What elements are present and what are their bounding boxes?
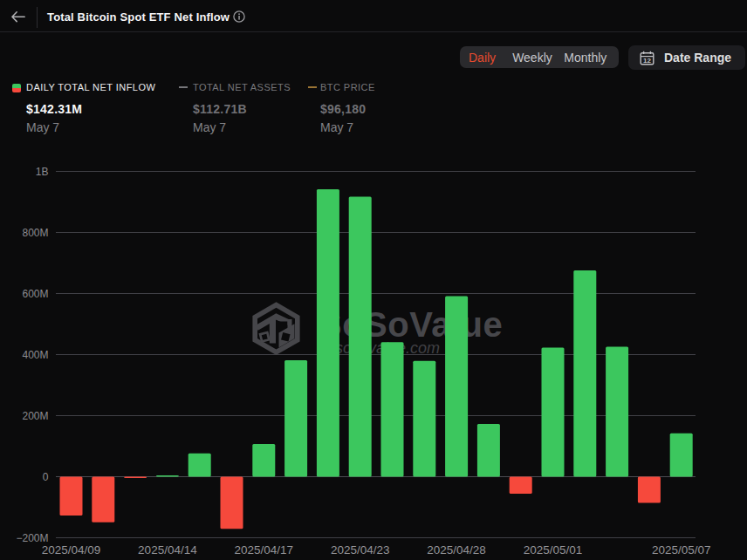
svg-text:2025/04/09: 2025/04/09 bbox=[42, 543, 101, 557]
svg-text:2025/04/17: 2025/04/17 bbox=[235, 543, 294, 557]
svg-text:SoSoValue: SoSoValue bbox=[319, 305, 503, 344]
svg-text:2025/04/14: 2025/04/14 bbox=[138, 543, 197, 557]
svg-text:2025/05/07: 2025/05/07 bbox=[652, 543, 711, 557]
svg-text:2025/05/01: 2025/05/01 bbox=[524, 543, 583, 557]
svg-text:0: 0 bbox=[43, 471, 49, 483]
svg-text:2025/04/28: 2025/04/28 bbox=[427, 543, 486, 557]
svg-text:400M: 400M bbox=[22, 349, 48, 361]
svg-text:1B: 1B bbox=[36, 166, 49, 178]
svg-text:12: 12 bbox=[643, 57, 651, 65]
svg-text:200M: 200M bbox=[22, 410, 48, 422]
svg-text:2025/04/23: 2025/04/23 bbox=[331, 543, 390, 557]
svg-text:800M: 800M bbox=[22, 227, 48, 239]
svg-text:600M: 600M bbox=[22, 288, 48, 300]
